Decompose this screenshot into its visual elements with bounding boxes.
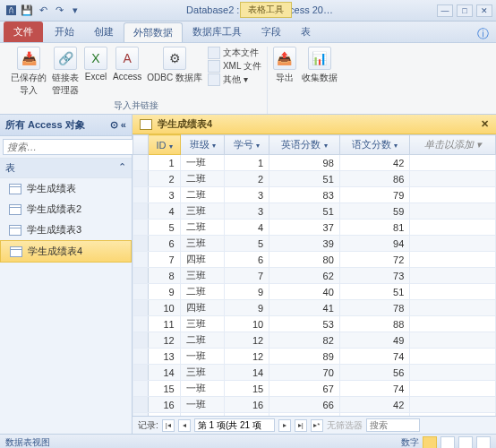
cell[interactable]: 40: [269, 284, 340, 300]
cell[interactable]: 14: [225, 365, 269, 381]
cell[interactable]: 12: [225, 349, 269, 365]
nav-next-button[interactable]: ▸: [278, 419, 291, 432]
cell[interactable]: 89: [269, 349, 340, 365]
cell[interactable]: [410, 300, 496, 316]
table-row[interactable]: 13一班128974: [133, 349, 496, 365]
table-row[interactable]: 9二班94051: [133, 284, 496, 300]
cell[interactable]: 79: [339, 187, 410, 203]
cell[interactable]: 4: [225, 220, 269, 236]
cell[interactable]: 49: [339, 332, 410, 349]
cell[interactable]: 81: [339, 220, 410, 236]
cell[interactable]: [410, 171, 496, 187]
tab-home[interactable]: 开始: [45, 22, 84, 42]
cell[interactable]: 15: [225, 381, 269, 397]
row-selector[interactable]: [133, 268, 149, 284]
tab-fields[interactable]: 字段: [252, 22, 291, 42]
cell[interactable]: 53: [269, 316, 340, 332]
import-other-button[interactable]: 其他 ▾: [208, 73, 261, 86]
cell[interactable]: 16: [149, 397, 180, 413]
saved-imports-button[interactable]: 📥已保存的 导入: [11, 47, 47, 97]
cell[interactable]: 42: [339, 155, 410, 171]
cell[interactable]: 5: [225, 236, 269, 252]
table-row[interactable]: 7四班68072: [133, 252, 496, 268]
table-row[interactable]: 2二班25186: [133, 171, 496, 187]
cell[interactable]: 四班: [180, 300, 225, 316]
export-button[interactable]: 📤导出: [273, 47, 296, 84]
row-selector[interactable]: [133, 381, 149, 397]
cell[interactable]: 三班: [180, 268, 225, 284]
cell[interactable]: 66: [269, 397, 340, 413]
table-row[interactable]: 8三班76273: [133, 268, 496, 284]
collect-data-button[interactable]: 📊收集数据: [302, 47, 338, 84]
tab-create[interactable]: 创建: [84, 22, 124, 42]
cell[interactable]: 3: [225, 203, 269, 220]
cell[interactable]: 67: [269, 381, 340, 397]
cell[interactable]: 98: [269, 155, 340, 171]
nav-item-table[interactable]: 学生成绩表4: [0, 240, 132, 263]
record-search-input[interactable]: [366, 418, 420, 432]
help-icon[interactable]: ⓘ: [477, 26, 492, 42]
cell[interactable]: 一班: [180, 381, 225, 397]
import-text-button[interactable]: 文本文件: [208, 47, 261, 59]
cell[interactable]: 80: [269, 252, 340, 268]
nav-first-button[interactable]: |◂: [162, 419, 175, 432]
row-selector[interactable]: [133, 365, 149, 381]
cell[interactable]: [410, 397, 496, 413]
cell[interactable]: 15: [149, 381, 180, 397]
nav-prev-button[interactable]: ◂: [178, 419, 191, 432]
pivot-view-button[interactable]: [458, 436, 473, 449]
cell[interactable]: 2: [225, 171, 269, 187]
cell[interactable]: 一班: [180, 349, 225, 365]
linked-table-manager-button[interactable]: 🔗链接表 管理器: [52, 47, 79, 97]
cell[interactable]: 42: [339, 397, 410, 413]
table-row[interactable]: 10四班94178: [133, 300, 496, 316]
row-selector[interactable]: [133, 252, 149, 268]
cell[interactable]: 88: [339, 316, 410, 332]
column-header[interactable]: 语文分数 ▾: [339, 135, 410, 155]
cell[interactable]: 10: [225, 316, 269, 332]
cell[interactable]: 74: [339, 381, 410, 397]
cell[interactable]: 37: [269, 220, 340, 236]
table-row[interactable]: 5二班43781: [133, 220, 496, 236]
cell[interactable]: 62: [269, 268, 340, 284]
nav-last-button[interactable]: ▸|: [295, 419, 307, 432]
cell[interactable]: 2: [149, 171, 180, 187]
cell[interactable]: 94: [339, 236, 410, 252]
cell[interactable]: 9: [225, 284, 269, 300]
cell[interactable]: 82: [269, 332, 340, 349]
nav-new-button[interactable]: ▸*: [311, 419, 323, 432]
row-selector[interactable]: [133, 332, 149, 349]
cell[interactable]: 11: [149, 316, 180, 332]
cell[interactable]: 二班: [180, 220, 225, 236]
import-excel-button[interactable]: XExcel: [84, 47, 107, 82]
cell[interactable]: 56: [339, 365, 410, 381]
chart-view-button[interactable]: [476, 436, 491, 449]
cell[interactable]: 39: [269, 236, 340, 252]
row-selector[interactable]: [133, 284, 149, 300]
datasheet-tab[interactable]: 学生成绩表4 ✕: [133, 115, 496, 134]
cell[interactable]: 6: [149, 236, 180, 252]
cell[interactable]: [410, 284, 496, 300]
record-position-input[interactable]: [194, 418, 275, 432]
column-header[interactable]: 英语分数 ▾: [269, 135, 340, 155]
save-icon[interactable]: 💾: [20, 4, 34, 18]
import-odbc-button[interactable]: ⚙ODBC 数据库: [147, 47, 202, 84]
cell[interactable]: 5: [149, 220, 180, 236]
nav-header[interactable]: 所有 Access 对象 ⊙ «: [0, 115, 132, 136]
cell[interactable]: 83: [269, 187, 340, 203]
row-selector[interactable]: [133, 187, 149, 203]
cell[interactable]: 1: [149, 155, 180, 171]
table-row[interactable]: 3二班38379: [133, 187, 496, 203]
nav-item-table[interactable]: 学生成绩表2: [0, 199, 132, 220]
tab-table[interactable]: 表: [291, 22, 321, 42]
cell[interactable]: 6: [225, 252, 269, 268]
cell[interactable]: [410, 268, 496, 284]
cell[interactable]: 12: [149, 332, 180, 349]
cell[interactable]: 70: [269, 365, 340, 381]
cell[interactable]: 10: [149, 300, 180, 316]
cell[interactable]: 二班: [180, 332, 225, 349]
cell[interactable]: 一班: [180, 397, 225, 413]
table-row[interactable]: 6三班53994: [133, 236, 496, 252]
minimize-button[interactable]: —: [437, 4, 453, 17]
cell[interactable]: 72: [339, 252, 410, 268]
